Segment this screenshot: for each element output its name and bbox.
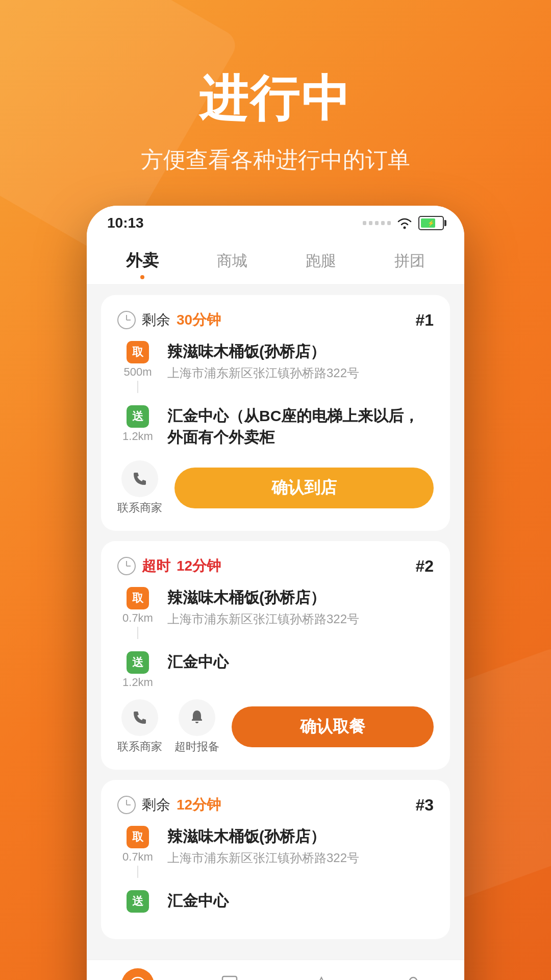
page-title: 进行中 xyxy=(0,66,551,133)
status-bar: 10:13 ⚡ xyxy=(87,206,464,236)
order-time-3: 剩余 12分钟 xyxy=(117,795,221,815)
time-value-3: 12分钟 xyxy=(177,795,221,815)
time-value-2: 12分钟 xyxy=(177,556,221,576)
actions-row-1: 联系商家 确认到店 xyxy=(117,460,434,516)
delivery-badge-1: 送 xyxy=(127,405,149,428)
pickup-dist-1: 500m xyxy=(123,365,152,379)
pickup-name-2: 辣滋味木桶饭(孙桥店） xyxy=(167,587,434,608)
delivery-badge-2: 送 xyxy=(127,651,149,674)
profile-icon xyxy=(399,970,428,980)
contact-merchant-btn-1[interactable]: 联系商家 xyxy=(117,460,162,516)
order-number-3: #3 xyxy=(415,796,434,815)
clock-icon xyxy=(117,311,136,329)
delivery-section-3: 送 汇金中心 xyxy=(117,890,434,914)
time-label-1: 剩余 xyxy=(142,310,170,330)
delivery-name-1: 汇金中心（从BC座的电梯上来以后，外面有个外卖柜 xyxy=(167,405,434,448)
order-card-1: 剩余 30分钟 #1 取 500m 辣滋味木桶饭(孙桥店） 上海市浦东新区张江镇… xyxy=(101,295,450,531)
bell-icon-2 xyxy=(188,708,206,727)
delivery-left-2: 送 1.2km xyxy=(117,651,158,689)
order-header-1: 剩余 30分钟 #1 xyxy=(117,310,434,330)
pickup-address-1: 上海市浦东新区张江镇孙桥路322号 xyxy=(167,364,434,382)
delivery-name-3: 汇金中心 xyxy=(167,890,434,912)
svg-point-1 xyxy=(131,977,145,980)
status-icons: ⚡ xyxy=(363,216,444,230)
clock-icon-2 xyxy=(117,557,136,575)
contact-label-2: 联系商家 xyxy=(117,739,162,754)
phone-icon-2 xyxy=(131,708,149,727)
pickup-name-3: 辣滋味木桶饭(孙桥店） xyxy=(167,826,434,847)
delivery-left-3: 送 xyxy=(117,890,158,914)
confirm-pickup-btn-2[interactable]: 确认取餐 xyxy=(232,706,434,747)
content-area: 剩余 30分钟 #1 取 500m 辣滋味木桶饭(孙桥店） 上海市浦东新区张江镇… xyxy=(87,285,464,960)
nav-ongoing[interactable]: 进行中 xyxy=(92,968,184,980)
tab-waimai[interactable]: 外卖 xyxy=(116,246,169,276)
pickup-info-2: 辣滋味木桶饭(孙桥店） 上海市浦东新区张江镇孙桥路322号 xyxy=(167,587,434,641)
delivery-section-1: 送 1.2km 汇金中心（从BC座的电梯上来以后，外面有个外卖柜 xyxy=(117,405,434,450)
pickup-name-1: 辣滋味木桶饭(孙桥店） xyxy=(167,341,434,362)
pickup-address-2: 上海市浦东新区张江镇孙桥路322号 xyxy=(167,610,434,628)
page-subtitle: 方便查看各种进行中的订单 xyxy=(0,145,551,175)
pickup-dist-3: 0.7km xyxy=(122,850,153,864)
contact-label-1: 联系商家 xyxy=(117,500,162,516)
delivery-badge-3: 送 xyxy=(127,890,149,913)
pickup-info-1: 辣滋味木桶饭(孙桥店） 上海市浦东新区张江镇孙桥路322号 xyxy=(167,341,434,395)
battery-icon: ⚡ xyxy=(418,216,444,230)
order-number-2: #2 xyxy=(415,557,434,576)
time-label-2: 超时 xyxy=(142,556,170,576)
phone-frame: 10:13 ⚡ 外卖 商城 xyxy=(87,206,464,980)
pickup-address-3: 上海市浦东新区张江镇孙桥路322号 xyxy=(167,849,434,867)
pickup-section-2: 取 0.7km 辣滋味木桶饭(孙桥店） 上海市浦东新区张江镇孙桥路322号 xyxy=(117,587,434,641)
svg-point-6 xyxy=(410,977,417,980)
alarm-btn-2[interactable]: 超时报备 xyxy=(174,699,219,754)
order-time-1: 剩余 30分钟 xyxy=(117,310,221,330)
time-label-3: 剩余 xyxy=(142,795,170,815)
delivery-dist-1: 1.2km xyxy=(122,430,153,443)
delivery-name-2: 汇金中心 xyxy=(167,651,434,673)
order-icon xyxy=(215,970,244,980)
order-number-1: #1 xyxy=(415,311,434,330)
delivery-info-2: 汇金中心 xyxy=(167,651,434,689)
nav-profile[interactable]: 我的 xyxy=(367,970,459,980)
order-header-3: 剩余 12分钟 #3 xyxy=(117,795,434,815)
wifi-icon xyxy=(396,216,413,230)
pickup-dist-2: 0.7km xyxy=(122,611,153,625)
nav-order[interactable]: 接单 xyxy=(184,970,276,980)
tab-shangcheng[interactable]: 商城 xyxy=(207,247,258,276)
delivery-info-3: 汇金中心 xyxy=(167,890,434,914)
delivery-dist-2: 1.2km xyxy=(122,676,153,689)
pickup-left-2: 取 0.7km xyxy=(117,587,158,641)
order-time-2: 超时 12分钟 xyxy=(117,556,221,576)
delivery-left-1: 送 1.2km xyxy=(117,405,158,450)
order-card-2: 超时 12分钟 #2 取 0.7km 辣滋味木桶饭(孙桥店） 上海市浦东新区张江… xyxy=(101,541,450,770)
delivery-section-2: 送 1.2km 汇金中心 xyxy=(117,651,434,689)
pickup-badge-3: 取 xyxy=(127,826,149,848)
alarm-label-2: 超时报备 xyxy=(174,739,219,754)
rank-icon xyxy=(307,970,336,980)
pickup-left-3: 取 0.7km xyxy=(117,826,158,880)
time-value-1: 30分钟 xyxy=(177,310,221,330)
top-tab-bar: 外卖 商城 跑腿 拼团 xyxy=(87,236,464,285)
ongoing-icon xyxy=(121,968,154,980)
status-time: 10:13 xyxy=(107,215,144,231)
tab-pintuan[interactable]: 拼团 xyxy=(384,247,435,276)
pickup-info-3: 辣滋味木桶饭(孙桥店） 上海市浦东新区张江镇孙桥路322号 xyxy=(167,826,434,880)
tab-paotui[interactable]: 跑腿 xyxy=(295,247,346,276)
contact-merchant-btn-2[interactable]: 联系商家 xyxy=(117,699,162,754)
pickup-section-1: 取 500m 辣滋味木桶饭(孙桥店） 上海市浦东新区张江镇孙桥路322号 xyxy=(117,341,434,395)
confirm-arrive-btn-1[interactable]: 确认到店 xyxy=(174,468,434,508)
order-card-3: 剩余 12分钟 #3 取 0.7km 辣滋味木桶饭(孙桥店） 上海市浦东新区张江… xyxy=(101,780,450,939)
svg-point-0 xyxy=(404,227,406,229)
delivery-info-1: 汇金中心（从BC座的电梯上来以后，外面有个外卖柜 xyxy=(167,405,434,450)
signal-icon xyxy=(363,221,391,225)
pickup-section-3: 取 0.7km 辣滋味木桶饭(孙桥店） 上海市浦东新区张江镇孙桥路322号 xyxy=(117,826,434,880)
actions-row-2: 联系商家 超时报备 确认取餐 xyxy=(117,699,434,754)
phone-icon-1 xyxy=(131,470,149,488)
svg-rect-2 xyxy=(222,976,237,980)
pickup-badge-1: 取 xyxy=(127,341,149,363)
pickup-left-1: 取 500m xyxy=(117,341,158,395)
bottom-nav: 进行中 接单 排行榜 xyxy=(87,960,464,980)
order-header-2: 超时 12分钟 #2 xyxy=(117,556,434,576)
pickup-badge-2: 取 xyxy=(127,587,149,609)
nav-rank[interactable]: 排行榜 xyxy=(276,970,367,980)
clock-icon-3 xyxy=(117,796,136,814)
